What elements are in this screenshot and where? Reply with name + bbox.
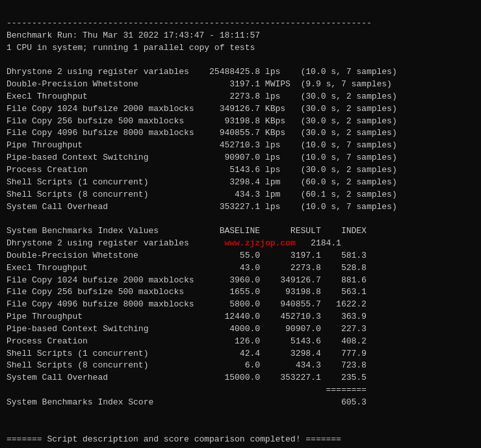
index-row: System Call Overhead 15000.0 353227.1 23… — [6, 373, 367, 382]
bench-item: Process Creation 5143.6 lps (30.0 s, 2 s… — [6, 165, 397, 175]
watermark: www.zjzjop.com — [224, 238, 295, 248]
bench-item: Shell Scripts (1 concurrent) 3298.4 lpm … — [6, 177, 397, 187]
benchmark-header-line1: Benchmark Run: Thu Mar 31 2022 17:43:47 … — [6, 31, 260, 40]
index-header: System Benchmarks Index Values BASELINE … — [6, 226, 367, 236]
benchmark-results: Dhrystone 2 using register variables 254… — [6, 66, 474, 213]
index-row: Shell Scripts (8 concurrent) 6.0 434.3 7… — [6, 360, 367, 370]
bench-item: File Copy 256 bufsize 500 maxblocks 9319… — [6, 116, 397, 126]
bench-item: File Copy 4096 bufsize 8000 maxblocks 94… — [6, 128, 397, 138]
index-row: Double-Precision Whetstone 55.0 3197.1 5… — [6, 251, 367, 260]
index-row: Pipe-based Context Switching 4000.0 9090… — [6, 324, 367, 334]
index-row: Shell Scripts (1 concurrent) 42.4 3298.4… — [6, 349, 367, 358]
bench-item: Shell Scripts (8 concurrent) 434.3 lpm (… — [6, 190, 397, 199]
index-row: File Copy 256 bufsize 500 maxblocks 1655… — [6, 287, 367, 297]
index-row: Pipe Throughput 12440.0 452710.3 363.9 — [6, 312, 367, 321]
index-row: Process Creation 126.0 5143.6 408.2 — [6, 336, 367, 346]
bench-item: Double-Precision Whetstone 3197.1 MWIPS … — [6, 79, 392, 89]
index-row: File Copy 1024 bufsize 2000 maxblocks 39… — [6, 275, 367, 285]
footer-section: ======= Script description and score com… — [6, 409, 474, 446]
index-row: File Copy 4096 bufsize 8000 maxblocks 58… — [6, 299, 367, 309]
terminal-output: ----------------------------------------… — [6, 5, 474, 66]
footer-text: ======= Script description and score com… — [6, 434, 341, 444]
equals-separator: ======== — [6, 385, 367, 395]
benchmark-header-line2: 1 CPU in system; running 1 parallel copy… — [6, 43, 255, 53]
bench-item: Pipe-based Context Switching 90907.0 lps… — [6, 153, 397, 162]
bench-list: Dhrystone 2 using register variables 254… — [6, 66, 474, 213]
bench-item: Pipe Throughput 452710.3 lps (10.0 s, 7 … — [6, 140, 397, 150]
bench-item: Execl Throughput 2273.8 lps (30.0 s, 2 s… — [6, 92, 397, 101]
index-row: Execl Throughput 43.0 2273.8 528.8 — [6, 263, 367, 273]
score-line: System Benchmarks Index Score 605.3 — [6, 397, 367, 407]
index-table: System Benchmarks Index Values BASELINE … — [6, 213, 474, 409]
bench-item: Dhrystone 2 using register variables 254… — [6, 67, 397, 77]
separator-top: ----------------------------------------… — [6, 18, 372, 28]
index-row: Dhrystone 2 using register variables www… — [6, 238, 341, 248]
index-table-content: System Benchmarks Index Values BASELINE … — [6, 213, 474, 409]
bench-item: System Call Overhead 353227.1 lps (10.0 … — [6, 202, 397, 212]
bench-item: File Copy 1024 bufsize 2000 maxblocks 34… — [6, 104, 397, 114]
